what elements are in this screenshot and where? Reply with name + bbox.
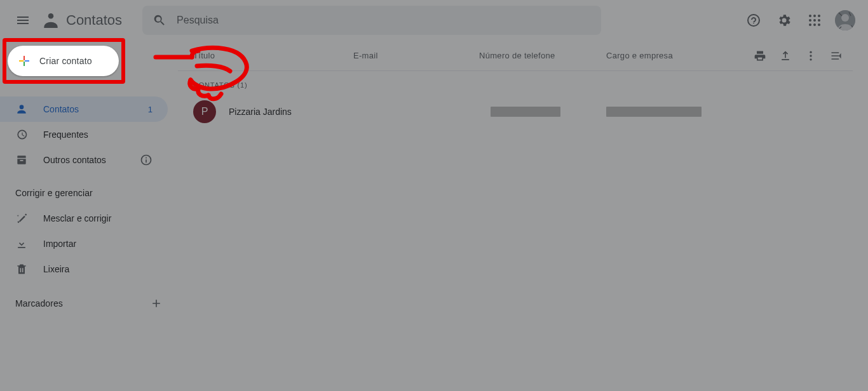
- sidebar: Criar contato Contatos 1 Frequentes Outr…: [0, 41, 178, 391]
- sidebar-manage-list: Mesclar e corrigir Importar Lixeira: [0, 206, 178, 282]
- svg-point-0: [48, 13, 54, 19]
- search-icon: [153, 13, 166, 27]
- help-icon: [746, 13, 761, 28]
- wand-icon: [15, 212, 28, 225]
- app-logo[interactable]: Contatos: [41, 10, 122, 30]
- svg-point-1: [809, 15, 811, 17]
- contact-avatar: P: [193, 100, 216, 123]
- collapse-panel-button[interactable]: [825, 44, 848, 67]
- sidebar-nav: Contatos 1 Frequentes Outros contatos: [0, 84, 178, 173]
- sidebar-item-frequent[interactable]: Frequentes: [0, 122, 168, 147]
- contact-job: [606, 107, 848, 117]
- svg-point-9: [818, 23, 820, 26]
- redacted-phone: [491, 107, 560, 117]
- contacts-section-label: Contatos (1): [178, 71, 853, 94]
- search-bar[interactable]: [142, 6, 601, 35]
- create-contact-label: Criar contato: [39, 56, 92, 66]
- column-header-job: Cargo e empresa: [606, 51, 749, 60]
- svg-point-11: [841, 14, 849, 22]
- contact-row[interactable]: P Pizzaria Jardins: [178, 94, 853, 129]
- sidebar-item-label: Outros contatos: [43, 155, 119, 165]
- sidebar-section-labels: Marcadores: [0, 282, 178, 317]
- svg-point-8: [813, 23, 816, 26]
- sidebar-item-other-contacts[interactable]: Outros contatos: [0, 147, 168, 173]
- archive-icon: [15, 154, 28, 166]
- sidebar-item-count: 1: [148, 105, 153, 114]
- google-apps-button[interactable]: [802, 8, 827, 33]
- export-button[interactable]: [774, 44, 797, 67]
- main-content: Título E-mail Número de telefone Cargo e…: [178, 41, 868, 391]
- sidebar-item-import[interactable]: Importar: [0, 231, 168, 256]
- sidebar-item-label: Frequentes: [43, 129, 153, 140]
- print-icon: [754, 50, 766, 62]
- settings-button[interactable]: [771, 8, 797, 33]
- svg-point-7: [809, 23, 811, 26]
- panel-collapse-icon: [830, 50, 843, 62]
- sidebar-section-manage: Corrigir e gerenciar: [0, 173, 178, 206]
- sidebar-item-label: Mesclar e corrigir: [43, 213, 153, 223]
- add-label-icon[interactable]: [150, 297, 163, 310]
- contacts-toolbar: Título E-mail Número de telefone Cargo e…: [178, 41, 853, 71]
- column-header-email: E-mail: [353, 51, 479, 60]
- sidebar-item-label: Contatos: [43, 104, 133, 114]
- upload-icon: [779, 50, 792, 62]
- svg-point-2: [813, 15, 816, 17]
- svg-point-3: [818, 15, 820, 17]
- apps-grid-icon: [807, 13, 822, 28]
- column-header-name: Título: [193, 51, 353, 60]
- contacts-app-icon: [41, 10, 61, 30]
- search-input[interactable]: [177, 15, 591, 26]
- history-icon: [15, 128, 28, 141]
- sidebar-item-label: Lixeira: [43, 264, 153, 274]
- person-icon: [15, 103, 28, 116]
- contact-phone: [479, 107, 606, 117]
- sidebar-section-label: Corrigir e gerenciar: [15, 188, 93, 198]
- main-menu-button[interactable]: [10, 8, 36, 33]
- redacted-job: [606, 107, 702, 117]
- sidebar-item-contacts[interactable]: Contatos 1: [0, 96, 168, 122]
- user-avatar: [835, 10, 855, 30]
- create-contact-button[interactable]: Criar contato: [8, 46, 119, 76]
- svg-point-14: [810, 58, 811, 60]
- more-vert-icon: [804, 50, 817, 62]
- svg-point-13: [810, 55, 811, 56]
- app-title: Contatos: [66, 12, 122, 29]
- sidebar-section-label: Marcadores: [15, 298, 63, 308]
- help-button[interactable]: [741, 8, 766, 33]
- trash-icon: [15, 263, 28, 275]
- account-avatar-button[interactable]: [832, 8, 858, 33]
- hamburger-icon: [15, 13, 31, 28]
- svg-point-12: [810, 51, 811, 53]
- header: Contatos: [0, 0, 868, 41]
- download-icon: [15, 237, 28, 250]
- sidebar-item-merge-fix[interactable]: Mesclar e corrigir: [0, 206, 168, 231]
- sidebar-item-trash[interactable]: Lixeira: [0, 256, 168, 282]
- print-button[interactable]: [749, 44, 771, 67]
- sidebar-item-label: Importar: [43, 239, 153, 249]
- column-header-phone: Número de telefone: [479, 51, 606, 60]
- more-button[interactable]: [799, 44, 822, 67]
- svg-point-5: [813, 19, 816, 22]
- gear-icon: [776, 13, 792, 28]
- google-plus-icon: [17, 53, 32, 69]
- contact-name: Pizzaria Jardins: [229, 107, 353, 117]
- info-icon[interactable]: [140, 154, 153, 166]
- svg-point-6: [818, 19, 820, 22]
- svg-point-4: [809, 19, 811, 22]
